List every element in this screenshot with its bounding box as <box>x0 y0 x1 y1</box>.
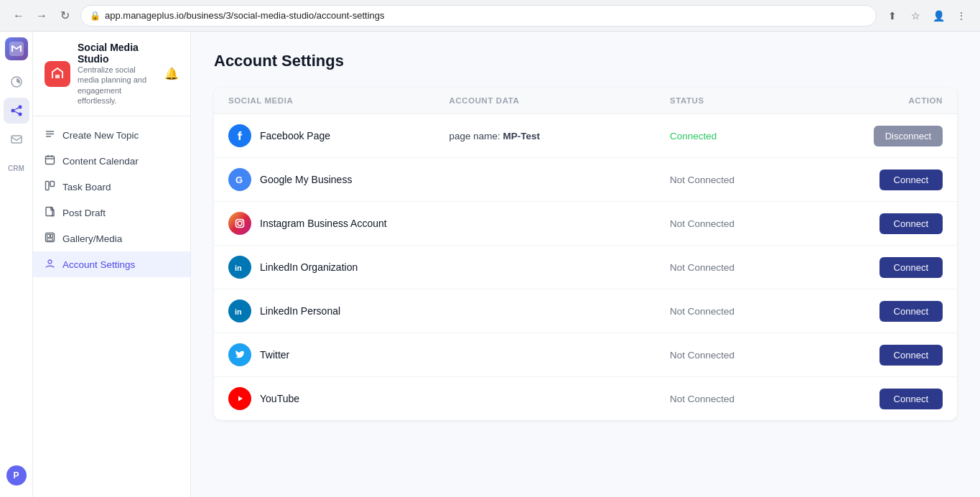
bell-icon[interactable]: 🔔 <box>164 68 179 80</box>
sidebar-item-content-calendar[interactable]: Content Calendar <box>33 148 190 174</box>
account-data-prefix: page name: <box>449 131 503 141</box>
svg-point-26 <box>238 221 242 226</box>
create-topic-icon <box>45 129 55 141</box>
account-data-cell-facebook: page name: MP-Test <box>449 131 671 141</box>
sidebar-item-task-board[interactable]: Task Board <box>33 174 190 200</box>
status-cell-facebook: Connected <box>670 131 813 141</box>
connect-button-linkedin-org[interactable]: Connect <box>879 257 943 278</box>
sidebar-item-account-settings[interactable]: Account Settings <box>33 251 190 277</box>
reload-button[interactable]: ↻ <box>55 6 75 26</box>
rail-icon-analytics[interactable] <box>4 69 29 95</box>
social-name-linkedin-personal: LinkedIn Personal <box>260 305 340 317</box>
col-header-social-media: SOCIAL MEDIA <box>228 96 449 105</box>
svg-point-23 <box>48 260 52 264</box>
sidebar-header-text: Social Media Studio Centralize social me… <box>78 42 157 106</box>
connect-button-youtube[interactable]: Connect <box>879 389 943 409</box>
profile-button[interactable]: 👤 <box>928 6 948 26</box>
bookmark-button[interactable]: ☆ <box>905 6 925 26</box>
sidebar-item-label-gallery-media: Gallery/Media <box>62 233 122 244</box>
lock-icon: 🔒 <box>90 11 101 21</box>
status-cell-twitter: Not Connected <box>670 350 813 361</box>
sidebar-item-label-create-new-topic: Create New Topic <box>62 130 139 141</box>
action-cell-instagram: Connect <box>813 213 943 234</box>
rail-icon-email[interactable] <box>4 126 29 152</box>
social-name-instagram: Instagram Business Account <box>260 218 387 229</box>
svg-text:in: in <box>235 307 242 316</box>
account-settings-icon <box>45 258 55 271</box>
svg-point-4 <box>18 113 22 116</box>
brand-logo[interactable] <box>5 37 28 60</box>
social-icon-facebook <box>228 124 251 147</box>
rail-icon-social[interactable] <box>4 98 29 124</box>
table-body: Facebook Page page name: MP-Test Connect… <box>214 114 957 420</box>
back-button[interactable]: ← <box>9 6 29 26</box>
browser-actions: ⬆ ☆ 👤 ⋮ <box>882 6 971 26</box>
sidebar-item-gallery-media[interactable]: Gallery/Media <box>33 226 190 251</box>
status-cell-youtube: Not Connected <box>670 394 813 404</box>
col-header-status: STATUS <box>670 96 813 105</box>
icon-rail: CRM P <box>0 32 33 497</box>
task-board-icon <box>45 180 55 193</box>
sidebar-item-label-account-settings: Account Settings <box>62 259 135 270</box>
table-row-google: G Google My Business Not Connected Conne… <box>214 158 957 202</box>
status-cell-linkedin-org: Not Connected <box>670 262 813 273</box>
sidebar: Social Media Studio Centralize social me… <box>33 32 191 497</box>
gallery-media-icon <box>45 232 55 245</box>
table-row-twitter: Twitter Not Connected Connect <box>214 333 957 377</box>
sidebar-item-post-draft[interactable]: Post Draft <box>33 200 190 226</box>
social-icon-instagram <box>228 212 251 235</box>
disconnect-button-facebook[interactable]: Disconnect <box>874 126 943 147</box>
table-row-facebook: Facebook Page page name: MP-Test Connect… <box>214 114 957 158</box>
forward-button[interactable]: → <box>32 6 52 26</box>
social-icon-google: G <box>228 168 251 191</box>
col-header-action: ACTION <box>813 96 943 105</box>
table-row-youtube: YouTube Not Connected Connect <box>214 377 957 420</box>
rail-icon-crm[interactable]: CRM <box>4 155 29 181</box>
connect-button-google[interactable]: Connect <box>879 169 943 190</box>
connect-button-twitter[interactable]: Connect <box>879 345 943 366</box>
table-row-linkedin-org: in LinkedIn Organization Not Connected C… <box>214 246 957 289</box>
table-row-linkedin-personal: in LinkedIn Personal Not Connected Conne… <box>214 289 957 333</box>
svg-rect-16 <box>46 182 50 190</box>
svg-rect-7 <box>11 136 22 143</box>
app-layout: CRM P Social Media Studio Centralize soc… <box>0 32 980 497</box>
action-cell-facebook: Disconnect <box>813 126 943 147</box>
social-name-google: Google My Business <box>260 174 352 185</box>
action-cell-twitter: Connect <box>813 345 943 366</box>
sidebar-item-label-content-calendar: Content Calendar <box>62 156 139 167</box>
social-cell-google: G Google My Business <box>228 168 449 191</box>
share-button[interactable]: ⬆ <box>882 6 902 26</box>
address-bar[interactable]: 🔒 app.manageplus.io/business/3/social-me… <box>80 5 877 27</box>
action-cell-youtube: Connect <box>813 389 943 409</box>
svg-text:G: G <box>235 175 243 185</box>
connect-button-instagram[interactable]: Connect <box>879 213 943 234</box>
social-cell-twitter: Twitter <box>228 343 449 366</box>
nav-buttons: ← → ↻ <box>9 6 75 26</box>
svg-point-3 <box>11 109 14 113</box>
svg-marker-30 <box>238 396 243 401</box>
table-row-instagram: Instagram Business Account Not Connected… <box>214 202 957 246</box>
social-icon-twitter <box>228 343 251 366</box>
user-avatar[interactable]: P <box>6 465 27 486</box>
sidebar-item-create-new-topic[interactable]: Create New Topic <box>33 122 190 148</box>
sidebar-item-label-task-board: Task Board <box>62 182 111 192</box>
action-cell-google: Connect <box>813 169 943 190</box>
action-cell-linkedin-org: Connect <box>813 257 943 278</box>
main-content: Account Settings SOCIAL MEDIA ACCOUNT DA… <box>191 32 980 497</box>
status-cell-google: Not Connected <box>670 175 813 185</box>
connect-button-linkedin-personal[interactable]: Connect <box>879 301 943 322</box>
social-icon-linkedin-personal: in <box>228 299 251 322</box>
social-name-youtube: YouTube <box>260 393 299 404</box>
svg-rect-12 <box>46 157 55 164</box>
url-text: app.manageplus.io/business/3/social-medi… <box>105 10 385 21</box>
status-cell-instagram: Not Connected <box>670 218 813 229</box>
social-name-linkedin-org: LinkedIn Organization <box>260 261 358 273</box>
more-button[interactable]: ⋮ <box>951 6 971 26</box>
sidebar-app-name: Social Media Studio <box>78 42 157 65</box>
social-name-twitter: Twitter <box>260 349 289 361</box>
svg-point-2 <box>18 106 22 109</box>
post-draft-icon <box>45 206 55 219</box>
sidebar-header: Social Media Studio Centralize social me… <box>33 32 190 116</box>
svg-rect-20 <box>47 235 50 238</box>
status-cell-linkedin-personal: Not Connected <box>670 306 813 317</box>
